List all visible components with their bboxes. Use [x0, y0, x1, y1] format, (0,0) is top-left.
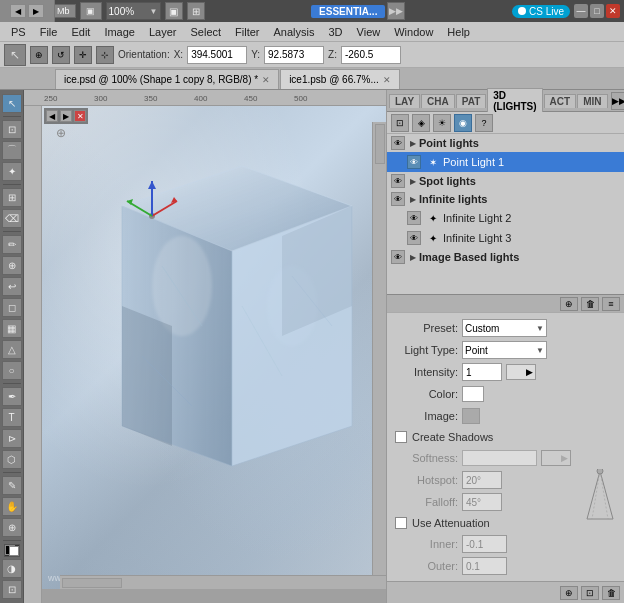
marquee-tool[interactable]: ⊡ [2, 120, 22, 139]
panel-opts-btn[interactable]: ≡ [602, 297, 620, 311]
canvas-tool2[interactable]: ▶ [60, 110, 72, 122]
menu-edit[interactable]: Edit [64, 24, 97, 40]
canvas-close[interactable]: ✕ [74, 110, 86, 122]
color-swatch[interactable] [462, 386, 484, 402]
light-type-dropdown[interactable]: Point ▼ [462, 341, 547, 359]
pib-help[interactable]: ? [475, 114, 493, 132]
section-spot-lights[interactable]: 👁 ▶ Spot lights [387, 172, 624, 190]
hand-tool[interactable]: ✋ [2, 497, 22, 516]
eraser-tool[interactable]: ◻ [2, 298, 22, 317]
vis-point1[interactable]: 👁 [407, 155, 421, 169]
lasso-tool[interactable]: ⌒ [2, 141, 22, 160]
menu-layer[interactable]: Layer [142, 24, 184, 40]
stamp-tool[interactable]: ⊕ [2, 256, 22, 275]
view-btn[interactable]: ▣ [165, 2, 183, 20]
fg-bg-color[interactable] [4, 544, 20, 557]
section-infinite-lights[interactable]: 👁 ▶ Infinite lights [387, 190, 624, 208]
tab-min[interactable]: MIN [577, 94, 607, 108]
wand-tool[interactable]: ✦ [2, 162, 22, 181]
panel-foot-btn2[interactable]: ⊡ [581, 586, 599, 600]
zoom-dropdown[interactable]: 100% ▼ [106, 2, 161, 20]
quick-mask-btn[interactable]: ◑ [2, 559, 22, 578]
vis-infinite3[interactable]: 👁 [407, 231, 421, 245]
vis-infinite-lights[interactable]: 👁 [391, 192, 405, 206]
tool-select-btn[interactable]: ↖ [4, 44, 26, 66]
vis-image-lights[interactable]: 👁 [391, 250, 405, 264]
menu-analysis[interactable]: Analysis [267, 24, 322, 40]
dodge-tool[interactable]: ○ [2, 361, 22, 380]
menu-ps[interactable]: PS [4, 24, 33, 40]
pen-tool[interactable]: ✒ [2, 387, 22, 406]
type-tool[interactable]: T [2, 408, 22, 427]
pib-material[interactable]: ◈ [412, 114, 430, 132]
section-point-lights[interactable]: 👁 ▶ Point lights [387, 134, 624, 152]
ice-cube-image[interactable]: ◀ ▶ ✕ ⊕ www.MISSY UAN.com [42, 106, 386, 589]
tab-ice-close[interactable]: ✕ [262, 75, 270, 85]
zoom-tool[interactable]: ⊕ [2, 518, 22, 537]
tool-opt3[interactable]: ✛ [74, 46, 92, 64]
scrollbar-v-thumb[interactable] [375, 124, 385, 164]
scrollbar-horizontal[interactable] [60, 575, 386, 589]
tool-opt2[interactable]: ↺ [52, 46, 70, 64]
menu-filter[interactable]: Filter [228, 24, 266, 40]
section-image-lights[interactable]: 👁 ▶ Image Based lights [387, 248, 624, 266]
history-tool[interactable]: ↩ [2, 277, 22, 296]
use-attenuation-checkbox[interactable] [395, 517, 407, 529]
scrollbar-h-thumb[interactable] [62, 578, 122, 588]
vis-infinite2[interactable]: 👁 [407, 211, 421, 225]
cs-live-badge[interactable]: CS Live [512, 5, 570, 18]
pib-light[interactable]: ☀ [433, 114, 451, 132]
move-tool[interactable]: ↖ [2, 94, 22, 113]
menu-file[interactable]: File [33, 24, 65, 40]
workspace-badge[interactable]: ESSENTIA... [311, 5, 385, 18]
light-item-infinite2[interactable]: 👁 ✦ Infinite Light 2 [387, 208, 624, 228]
image-picker[interactable] [462, 408, 480, 424]
menu-window[interactable]: Window [387, 24, 440, 40]
zoom-mode-btn[interactable]: ▣ [80, 2, 102, 20]
tool-opt4[interactable]: ⊹ [96, 46, 114, 64]
tab-scroll-right[interactable]: ▶ [28, 4, 44, 18]
canvas-content[interactable]: ◀ ▶ ✕ ⊕ www.MISSY UAN.com [42, 106, 386, 589]
blur-tool[interactable]: △ [2, 340, 22, 359]
scrollbar-vertical[interactable] [372, 122, 386, 575]
z-input[interactable] [341, 46, 401, 64]
arrange-btn[interactable]: ⊞ [187, 2, 205, 20]
create-shadows-checkbox[interactable] [395, 431, 407, 443]
note-tool[interactable]: ✎ [2, 476, 22, 495]
tab-lay[interactable]: LAY [389, 94, 420, 108]
close-btn[interactable]: ✕ [606, 4, 620, 18]
y-input[interactable] [264, 46, 324, 64]
minimize-btn[interactable]: — [574, 4, 588, 18]
delete-light-btn[interactable]: 🗑 [581, 297, 599, 311]
panel-forward-btn[interactable]: ▶▶ [611, 92, 624, 110]
light-item-infinite3[interactable]: 👁 ✦ Infinite Light 3 [387, 228, 624, 248]
intensity-slider[interactable]: ▶ [506, 364, 536, 380]
path-tool[interactable]: ⊳ [2, 429, 22, 448]
brush-tool[interactable]: ✏ [2, 235, 22, 254]
tab-3d-lights[interactable]: 3D (LIGHTS) [487, 88, 542, 113]
tab-act[interactable]: ACT [544, 94, 577, 108]
add-light-btn[interactable]: ⊕ [560, 297, 578, 311]
eyedrop-tool[interactable]: ⌫ [2, 209, 22, 228]
panel-foot-btn3[interactable]: 🗑 [602, 586, 620, 600]
tab-scroll-left[interactable]: ◀ [10, 4, 26, 18]
tab-ice1-close[interactable]: ✕ [383, 75, 391, 85]
menu-image[interactable]: Image [97, 24, 142, 40]
shape-tool[interactable]: ⬡ [2, 450, 22, 469]
pib-mesh[interactable]: ⊡ [391, 114, 409, 132]
vis-point-lights[interactable]: 👁 [391, 136, 405, 150]
workspace-more-btn[interactable]: ▶▶ [387, 2, 405, 20]
menu-select[interactable]: Select [184, 24, 229, 40]
preset-dropdown[interactable]: Custom ▼ [462, 319, 547, 337]
tool-opt1[interactable]: ⊕ [30, 46, 48, 64]
light-item-point1[interactable]: 👁 ✶ Point Light 1 [387, 152, 624, 172]
panel-foot-btn1[interactable]: ⊕ [560, 586, 578, 600]
crop-tool[interactable]: ⊞ [2, 188, 22, 207]
vis-spot-lights[interactable]: 👁 [391, 174, 405, 188]
menu-help[interactable]: Help [440, 24, 477, 40]
intensity-input[interactable] [462, 363, 502, 381]
tab-ice-psd[interactable]: ice.psd @ 100% (Shape 1 copy 8, RGB/8) *… [55, 69, 279, 89]
gradient-tool[interactable]: ▦ [2, 319, 22, 338]
pib-scene[interactable]: ◉ [454, 114, 472, 132]
canvas-tool1[interactable]: ◀ [46, 110, 58, 122]
